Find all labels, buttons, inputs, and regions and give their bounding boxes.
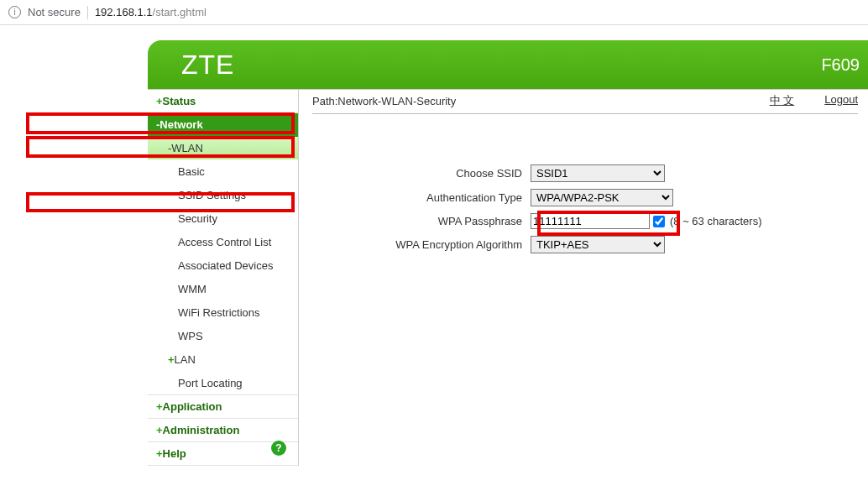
sidebar-item-security[interactable]: Security <box>148 207 298 231</box>
sidebar-label: WiFi Restrictions <box>178 306 260 319</box>
sidebar-item-status[interactable]: +Status <box>148 90 298 113</box>
sidebar-label: Access Control List <box>178 236 271 248</box>
page-container: ZTE F609 +Status -Network -WLAN Basic SS… <box>148 40 868 466</box>
sidebar-label: SSID Settings <box>178 189 246 201</box>
sidebar-label: Administration <box>163 424 240 436</box>
model-label: F609 <box>821 55 860 75</box>
sidebar-label: Status <box>163 95 196 107</box>
sidebar-label: Application <box>163 400 222 413</box>
sidebar-item-port-locating[interactable]: Port Locating <box>148 372 298 395</box>
sidebar-item-lan[interactable]: +LAN <box>148 348 298 372</box>
sidebar-item-wmm[interactable]: WMM <box>148 278 298 301</box>
auth-type-label: Authentication Type <box>312 191 531 204</box>
sidebar-item-wifi-restrictions[interactable]: WiFi Restrictions <box>148 301 298 325</box>
sidebar-item-wlan[interactable]: -WLAN <box>148 137 298 160</box>
path-row: Path:Network-WLAN-Security 中 文 Logout <box>312 93 858 114</box>
body: +Status -Network -WLAN Basic SSID Settin… <box>148 89 868 466</box>
sidebar-item-network[interactable]: -Network <box>148 113 298 137</box>
sidebar-label: WMM <box>178 283 207 295</box>
sidebar-item-administration[interactable]: +Administration <box>148 419 298 442</box>
sidebar-label: Network <box>159 118 202 131</box>
sidebar-item-application[interactable]: +Application <box>148 395 298 419</box>
wpa-enc-select[interactable]: TKIP+AES <box>531 236 665 253</box>
wpa-passphrase-input[interactable] <box>531 213 650 229</box>
sidebar-item-ssid-settings[interactable]: SSID Settings <box>148 184 298 207</box>
logout-link[interactable]: Logout <box>824 93 858 108</box>
passphrase-hint: (8 ~ 63 characters) <box>670 215 761 227</box>
bar-divider <box>87 6 88 19</box>
not-secure-label: Not secure <box>28 6 81 18</box>
url[interactable]: 192.168.1.1/start.ghtml <box>95 6 207 18</box>
not-secure-icon: i <box>8 6 21 18</box>
choose-ssid-label: Choose SSID <box>312 167 531 180</box>
sidebar-label: Associated Devices <box>178 259 273 272</box>
auth-type-select[interactable]: WPA/WPA2-PSK <box>531 189 673 206</box>
breadcrumb: Path:Network-WLAN-Security <box>312 95 456 107</box>
sidebar-label: Port Locating <box>178 377 243 389</box>
main-content: Path:Network-WLAN-Security 中 文 Logout Ch… <box>299 90 868 466</box>
brand-logo: ZTE <box>181 50 234 81</box>
sidebar-item-wps[interactable]: WPS <box>148 325 298 348</box>
header: ZTE F609 <box>148 40 868 89</box>
browser-address-bar: i Not secure 192.168.1.1/start.ghtml <box>0 0 868 25</box>
sidebar-label: Security <box>178 212 217 225</box>
sidebar-item-associated-devices[interactable]: Associated Devices <box>148 254 298 278</box>
lang-link[interactable]: 中 文 <box>770 93 795 108</box>
wpa-enc-label: WPA Encryption Algorithm <box>312 238 531 251</box>
sidebar-label: Help <box>163 447 186 460</box>
security-form: Choose SSID SSID1 Authentication Type WP… <box>312 164 858 253</box>
wpa-passphrase-label: WPA Passphrase <box>312 215 531 227</box>
show-passphrase-checkbox[interactable] <box>653 216 665 227</box>
choose-ssid-select[interactable]: SSID1 <box>531 164 665 182</box>
sidebar-item-acl[interactable]: Access Control List <box>148 231 298 254</box>
sidebar-label: Basic <box>178 165 205 178</box>
url-host: 192.168.1.1 <box>95 6 153 18</box>
sidebar-label: WLAN <box>171 142 203 154</box>
help-icon[interactable]: ? <box>271 441 286 456</box>
sidebar-label: LAN <box>175 353 196 366</box>
url-path: /start.ghtml <box>153 6 207 18</box>
sidebar-label: WPS <box>178 330 203 342</box>
sidebar-item-basic[interactable]: Basic <box>148 160 298 184</box>
sidebar: +Status -Network -WLAN Basic SSID Settin… <box>148 90 299 466</box>
